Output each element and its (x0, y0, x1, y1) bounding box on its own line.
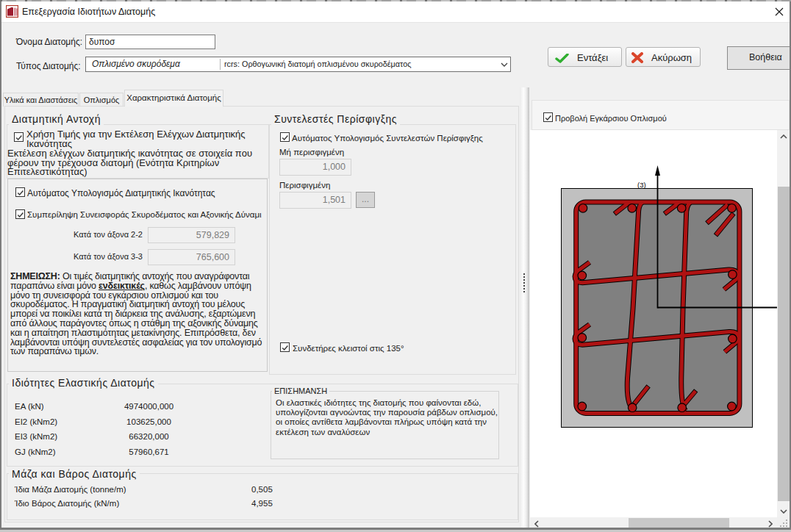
svg-text:(3): (3) (637, 181, 646, 189)
